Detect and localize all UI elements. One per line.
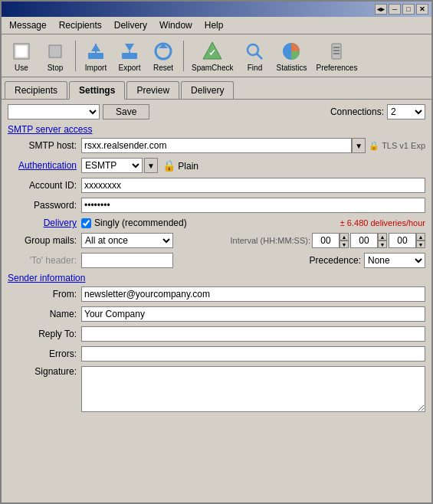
save-button[interactable]: Save: [103, 104, 149, 119]
errors-row: Errors:: [8, 346, 425, 362]
tab-settings[interactable]: Settings: [69, 81, 125, 100]
sender-section-link[interactable]: Sender information: [8, 273, 425, 283]
toolbar-btn-stop[interactable]: Stop: [40, 38, 71, 74]
group-mails-row: Group mails: All at once By domain Custo…: [8, 233, 425, 248]
toolbar-btn-statistics[interactable]: Statistics: [273, 38, 310, 74]
title-bar: ◂▸ ─ □ ✕: [2, 2, 431, 17]
title-btn-maximize[interactable]: □: [402, 4, 415, 15]
title-btn-arrow[interactable]: ◂▸: [375, 4, 387, 15]
preferences-label: Preferences: [316, 64, 357, 72]
smtp-host-dropdown-btn[interactable]: ▼: [352, 138, 366, 153]
import-label: Import: [85, 64, 107, 72]
signature-label: Signature:: [8, 366, 77, 377]
svg-point-13: [248, 44, 258, 55]
title-btn-minimize[interactable]: ─: [389, 4, 401, 15]
interval-ss-pair: ▲ ▼: [389, 233, 425, 248]
reset-label: Reset: [153, 64, 173, 72]
export-label: Export: [119, 64, 141, 72]
menu-help[interactable]: Help: [200, 18, 228, 32]
to-header-label: 'To' header:: [8, 255, 77, 266]
interval-ss-down[interactable]: ▼: [416, 241, 425, 248]
tabs-bar: Recipients Settings Preview Delivery: [2, 77, 431, 99]
account-id-input[interactable]: [81, 178, 425, 193]
interval-mm-up[interactable]: ▲: [378, 233, 387, 241]
tls-badge: 🔒 TLS v1 Exp: [369, 141, 425, 151]
interval-mm-pair: ▲ ▼: [350, 233, 387, 248]
singly-label: Singly (recommended): [94, 218, 187, 228]
menu-message[interactable]: Message: [5, 18, 51, 32]
signature-row: Signature:: [8, 366, 425, 412]
tab-recipients[interactable]: Recipients: [5, 81, 67, 99]
svg-marker-7: [125, 44, 134, 51]
password-row: Password:: [8, 198, 425, 213]
tab-delivery[interactable]: Delivery: [181, 81, 234, 99]
interval-hh-input[interactable]: [312, 233, 340, 248]
to-header-row: 'To' header: Precedence: None List Bulk …: [8, 253, 425, 268]
preferences-icon: [324, 39, 349, 64]
svg-rect-18: [333, 50, 340, 51]
toolbar-btn-use[interactable]: Use: [6, 38, 37, 74]
title-btn-close[interactable]: ✕: [416, 4, 428, 15]
interval-ss-up[interactable]: ▲: [416, 233, 425, 241]
interval-hh-arrows: ▲ ▼: [340, 233, 349, 248]
smtp-host-label: SMTP host:: [8, 140, 77, 151]
name-input[interactable]: [81, 306, 425, 322]
precedence-label: Precedence:: [310, 255, 361, 266]
toolbar-btn-export[interactable]: Export: [114, 38, 145, 74]
profile-dropdown[interactable]: [8, 104, 100, 119]
auth-extra-btn[interactable]: ▼: [144, 158, 158, 173]
interval-hh-down[interactable]: ▼: [340, 241, 349, 248]
export-icon: [117, 39, 142, 64]
password-input[interactable]: [81, 198, 425, 213]
smtp-section-link[interactable]: SMTP server access: [8, 124, 425, 135]
interval-mm-input[interactable]: [350, 233, 378, 248]
password-label: Password:: [8, 200, 77, 211]
use-label: Use: [15, 64, 28, 72]
menu-recipients[interactable]: Recipients: [54, 18, 107, 32]
find-icon: [242, 39, 267, 64]
menu-window[interactable]: Window: [155, 18, 197, 32]
toolbar-btn-import[interactable]: Import: [80, 38, 111, 74]
interval-ss-input[interactable]: [389, 233, 416, 248]
group-mails-select[interactable]: All at once By domain Custom: [81, 233, 173, 248]
signature-textarea[interactable]: [81, 366, 425, 412]
name-label: Name:: [8, 309, 77, 319]
stop-icon: [43, 39, 67, 64]
interval-hh-up[interactable]: ▲: [340, 233, 349, 241]
delivery-checkbox[interactable]: [81, 218, 91, 228]
interval-hh-pair: ▲ ▼: [312, 233, 349, 248]
toolbar-btn-reset[interactable]: Reset: [148, 38, 179, 74]
delivery-label[interactable]: Delivery: [8, 218, 77, 228]
svg-rect-3: [88, 53, 103, 59]
name-row: Name:: [8, 306, 425, 322]
authentication-select[interactable]: ESMTP SMTP None: [81, 158, 143, 173]
authentication-label[interactable]: Authentication: [8, 160, 77, 171]
menu-delivery[interactable]: Delivery: [110, 18, 152, 32]
title-bar-buttons: ◂▸ ─ □ ✕: [375, 4, 428, 15]
toolbar-btn-find[interactable]: Find: [239, 38, 270, 74]
spamcheck-label: SpamCheck: [192, 64, 233, 72]
toolbar-btn-preferences[interactable]: Preferences: [313, 38, 360, 74]
interval-mm-down[interactable]: ▼: [378, 241, 387, 248]
stop-label: Stop: [48, 64, 64, 72]
reply-to-row: Reply To:: [8, 326, 425, 342]
top-left-controls: Save: [8, 104, 149, 119]
from-label: From:: [8, 289, 77, 299]
errors-input[interactable]: [81, 346, 425, 362]
tab-preview[interactable]: Preview: [126, 81, 179, 99]
toolbar-sep-1: [75, 41, 76, 71]
svg-rect-17: [333, 47, 340, 48]
interval-ss-arrows: ▲ ▼: [416, 233, 425, 248]
delivery-row: Delivery Singly (recommended) ± 6.480 de…: [8, 218, 425, 228]
from-input[interactable]: [81, 286, 425, 302]
account-id-row: Account ID:: [8, 178, 425, 193]
smtp-host-input[interactable]: [81, 138, 352, 153]
import-icon: [84, 39, 108, 64]
connections-select[interactable]: 2: [387, 104, 425, 119]
svg-text:✓: ✓: [208, 47, 216, 58]
toolbar-btn-spamcheck[interactable]: ✓ SpamCheck: [189, 38, 236, 74]
to-header-input[interactable]: [81, 253, 173, 268]
reply-to-input[interactable]: [81, 326, 425, 342]
precedence-select[interactable]: None List Bulk Junk: [364, 253, 425, 268]
delivery-rate-info: ± 6.480 deliveries/hour: [340, 218, 425, 227]
